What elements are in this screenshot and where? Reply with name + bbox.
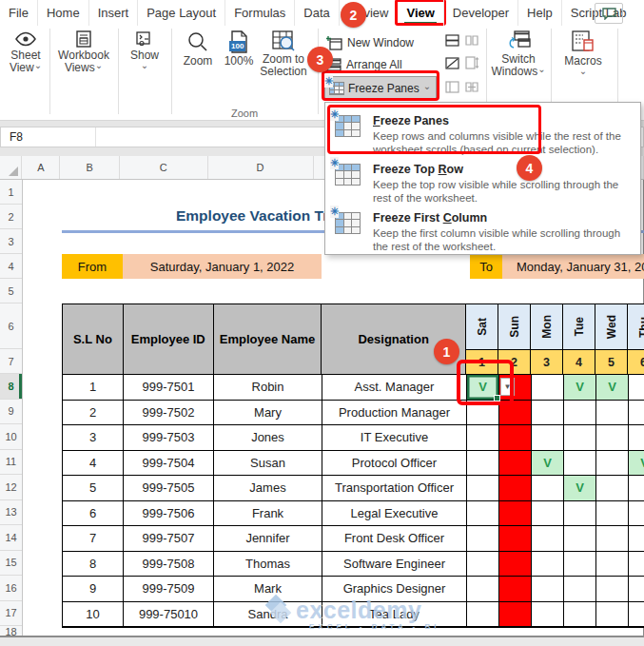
cell-day[interactable] [499,577,532,601]
cell-day[interactable] [629,476,644,500]
cell-day[interactable] [532,602,564,627]
row-header[interactable]: 10 [0,424,22,450]
tab-data[interactable]: Data [294,0,338,26]
cell-designation[interactable]: Transportation Officer [322,476,467,500]
data-validation-dropdown-button[interactable]: ▼ [500,378,515,396]
cell-id[interactable]: 999-7509 [124,577,214,601]
cell-day[interactable] [467,425,499,450]
day-column-header[interactable]: Mon 3 [531,304,563,374]
cell-day[interactable] [467,451,499,476]
row-header[interactable]: 7 [0,349,22,374]
cell-day[interactable] [499,451,532,476]
cell-id[interactable]: 999-7501 [124,375,214,400]
to-date-cell[interactable]: Monday, January 31, 2022 [502,254,644,279]
cell-day[interactable] [596,401,629,425]
split-icon[interactable] [443,32,460,48]
cell-day[interactable] [467,526,499,551]
cell-sl[interactable]: 7 [63,526,124,551]
row-header[interactable]: 2 [0,205,22,229]
cell-designation[interactable]: IT Executive [322,425,467,450]
day-column-header[interactable]: Sun 2 [498,304,531,374]
row-header[interactable]: 6 [0,303,22,349]
header-sl-no[interactable]: S.L No [63,304,124,374]
cell-day[interactable] [564,552,596,577]
day-column-header[interactable]: Sat 1 [466,304,498,374]
row-header[interactable]: 3 [0,229,22,254]
cell-day[interactable] [499,476,532,500]
cell-day[interactable] [532,526,564,551]
cell-designation[interactable]: Protocol Officer [322,451,467,476]
cell-f8-selected[interactable]: V [467,375,499,400]
cell-day[interactable] [629,577,644,601]
row-header[interactable]: 15 [0,551,22,577]
cell-day[interactable] [499,401,532,425]
row-header[interactable]: 9 [0,400,22,425]
cell-sl[interactable]: 5 [63,476,124,500]
cell-sl[interactable]: 9 [63,577,124,601]
cell-day[interactable] [564,401,596,425]
row-header[interactable]: 11 [0,450,22,476]
row-header-selected[interactable]: 8 [0,374,22,400]
row-header[interactable]: 1 [0,180,22,205]
day-column-header[interactable]: Thu 6 [628,304,644,374]
cell-day[interactable] [532,375,564,400]
tab-developer[interactable]: Developer [443,0,517,26]
cell-day[interactable] [564,425,596,450]
header-employee-id[interactable]: Employee ID [124,304,214,374]
workbook-views-button[interactable]: Workbook Views [51,30,116,74]
unhide-icon[interactable] [443,79,460,94]
header-employee-name[interactable]: Employee Name [214,304,322,374]
cell-designation[interactable]: Tea Lady [322,602,467,627]
cell-day[interactable] [499,425,532,450]
cell-day[interactable] [629,375,644,400]
cell-id[interactable]: 999-7506 [124,501,214,526]
cell-day[interactable] [596,552,629,577]
cell-day[interactable] [467,552,499,577]
cell-day[interactable]: V [596,375,629,400]
cell-name[interactable]: Frank [214,501,322,526]
switch-windows-button[interactable]: Switch Windows [489,30,548,78]
cell-day[interactable] [564,451,596,476]
cell-designation[interactable]: Software Engineer [322,552,467,577]
cell-day[interactable] [596,476,629,500]
cell-name[interactable]: James [214,476,322,500]
row-header[interactable]: 5 [0,279,22,303]
cell-id[interactable]: 999-7505 [124,476,214,500]
column-header-c[interactable]: C [120,156,208,179]
name-box[interactable]: F8 [1,127,96,147]
column-header-a[interactable]: A [22,156,60,179]
cell-id[interactable]: 999-75010 [124,602,214,627]
cell-day[interactable] [532,501,564,526]
arrange-all-button[interactable]: Arrange All [326,55,402,74]
row-header[interactable]: 16 [0,576,22,601]
cell-day[interactable]: V [629,451,644,476]
cell-day[interactable] [629,602,644,627]
tab-help[interactable]: Help [517,0,561,26]
row-header[interactable]: 13 [0,500,22,526]
cell-id[interactable]: 999-7504 [124,451,214,476]
row-header[interactable]: 14 [0,525,22,551]
cell-sl[interactable]: 1 [63,375,124,400]
from-label-cell[interactable]: From [62,254,123,279]
cell-day[interactable] [499,526,532,551]
cell-day[interactable] [467,476,499,500]
cell-day[interactable] [499,552,532,577]
cell-day[interactable] [499,602,532,627]
cell-day[interactable] [629,526,644,551]
tab-page-layout[interactable]: Page Layout [137,0,224,26]
cell-sl[interactable]: 10 [63,602,124,627]
comments-button[interactable] [595,3,623,24]
cell-day[interactable] [564,501,596,526]
cell-name[interactable]: Jones [214,425,322,450]
cell-designation[interactable]: Asst. Manager [322,375,467,400]
cell-designation[interactable]: Production Manager [322,401,467,425]
cell-id[interactable]: 999-7503 [124,425,214,450]
cell-sl[interactable]: 3 [63,425,124,450]
menu-item-freeze-panes[interactable]: ✳ Freeze Panes Keep rows and columns vis… [325,107,640,155]
cell-day[interactable] [532,476,564,500]
cell-id[interactable]: 999-7507 [124,526,214,551]
cell-day[interactable] [629,401,644,425]
to-label-cell[interactable]: To [470,254,502,279]
cell-day[interactable] [532,577,564,601]
cell-name[interactable]: Mark [214,577,322,601]
